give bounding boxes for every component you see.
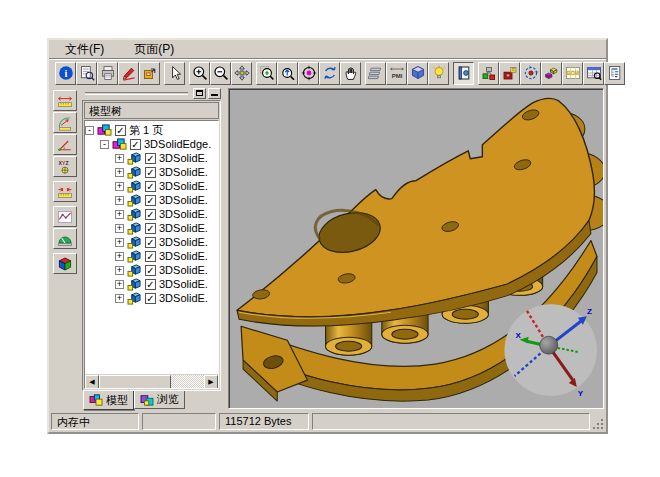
- expand-icon[interactable]: +: [115, 168, 124, 177]
- svg-text:XYZ: XYZ: [58, 160, 69, 166]
- tree-view-button[interactable]: [604, 62, 625, 85]
- visibility-checkbox[interactable]: ✓: [115, 125, 126, 136]
- assembly-button[interactable]: [478, 62, 499, 85]
- print-button[interactable]: [97, 62, 118, 85]
- gauge-button[interactable]: [53, 228, 77, 249]
- expand-icon[interactable]: +: [115, 238, 124, 247]
- expand-icon[interactable]: +: [115, 280, 124, 289]
- expand-icon[interactable]: +: [115, 182, 124, 191]
- expand-icon[interactable]: +: [115, 154, 124, 163]
- measure-distance-button[interactable]: [53, 90, 77, 111]
- expand-icon[interactable]: +: [115, 294, 124, 303]
- scroll-right-button[interactable]: ▶: [204, 375, 218, 389]
- visibility-checkbox[interactable]: ✓: [145, 195, 156, 206]
- tree-row-page-1[interactable]: -✓第 1 页: [85, 123, 218, 137]
- visibility-checkbox[interactable]: ✓: [145, 167, 156, 178]
- scroll-left-button[interactable]: ◀: [85, 375, 99, 389]
- status-memory: 内存中: [51, 413, 139, 430]
- expand-icon[interactable]: +: [115, 196, 124, 205]
- part-cube-icon: [127, 194, 142, 207]
- scrollbar-thumb[interactable]: [99, 375, 171, 389]
- visibility-checkbox[interactable]: ✓: [145, 293, 156, 304]
- panel-drag-grip[interactable]: [85, 92, 188, 95]
- bom-button[interactable]: BOM: [562, 62, 583, 85]
- panel-maximize-button[interactable]: [193, 88, 206, 99]
- expand-icon[interactable]: +: [115, 266, 124, 275]
- menu-page[interactable]: 页面(P): [132, 40, 176, 59]
- zoom-in-button[interactable]: [189, 62, 210, 85]
- panel-minimize-button[interactable]: [208, 88, 221, 99]
- pan-button[interactable]: [231, 62, 252, 85]
- solid-cube-button[interactable]: [53, 253, 77, 274]
- tree-row-part-1[interactable]: +✓3DSolidE.: [85, 151, 218, 165]
- zoom-out-button[interactable]: [210, 62, 231, 85]
- measure-toolbar: XYZ: [49, 87, 80, 410]
- measure-angle-button[interactable]: [53, 134, 77, 155]
- visibility-checkbox[interactable]: ✓: [145, 153, 156, 164]
- collapse-icon[interactable]: -: [100, 140, 109, 149]
- visibility-checkbox[interactable]: ✓: [145, 181, 156, 192]
- explode-button[interactable]: [541, 62, 562, 85]
- zoom-select-button[interactable]: [298, 62, 319, 85]
- coordinate-xyz-button[interactable]: XYZ: [53, 156, 77, 177]
- measure-gap-button[interactable]: [53, 181, 77, 202]
- part-cube-icon: [127, 264, 142, 277]
- rotate-button[interactable]: [319, 62, 340, 85]
- views-cube-button[interactable]: [407, 62, 428, 85]
- pmi-button[interactable]: PMI: [386, 62, 407, 85]
- machine-button[interactable]: [499, 62, 520, 85]
- visibility-checkbox[interactable]: ✓: [145, 223, 156, 234]
- svg-text:i: i: [64, 68, 67, 79]
- expand-icon[interactable]: +: [115, 224, 124, 233]
- tree-row-part-9[interactable]: +✓3DSolidE.: [85, 263, 218, 277]
- part-cube-icon: [127, 180, 142, 193]
- markup-pen-button[interactable]: [118, 62, 139, 85]
- views-cube-icon: [410, 65, 426, 81]
- tab-browse[interactable]: 浏览: [134, 391, 185, 409]
- light-button[interactable]: [428, 62, 449, 85]
- hand-button[interactable]: [340, 62, 361, 85]
- table-button[interactable]: [583, 62, 604, 85]
- notebook-button[interactable]: [453, 62, 474, 85]
- minimize-icon: [211, 94, 218, 96]
- preview-button[interactable]: [76, 62, 97, 85]
- tree-row-part-3[interactable]: +✓3DSolidE.: [85, 179, 218, 193]
- browse-tab-icon: [140, 394, 154, 406]
- model-tree: -✓第 1 页-✓3DSolidEdge.+✓3DSolidE.+✓3DSoli…: [85, 121, 218, 374]
- visibility-checkbox[interactable]: ✓: [145, 251, 156, 262]
- tree-row-part-7[interactable]: +✓3DSolidE.: [85, 235, 218, 249]
- tree-row-part-5[interactable]: +✓3DSolidE.: [85, 207, 218, 221]
- visibility-checkbox[interactable]: ✓: [145, 265, 156, 276]
- visibility-checkbox[interactable]: ✓: [145, 237, 156, 248]
- curve-plot-button[interactable]: [53, 206, 77, 227]
- zoom-window-button[interactable]: [256, 62, 277, 85]
- visibility-checkbox[interactable]: ✓: [130, 139, 141, 150]
- rotate-axis-button[interactable]: [520, 62, 541, 85]
- resize-grip[interactable]: [592, 417, 605, 430]
- collapse-icon[interactable]: -: [85, 126, 94, 135]
- tree-row-part-6[interactable]: +✓3DSolidE.: [85, 221, 218, 235]
- zoom-dynamic-button[interactable]: [277, 62, 298, 85]
- 3d-viewport[interactable]: X Y Z: [228, 88, 604, 409]
- tab-model[interactable]: 模型: [83, 391, 134, 410]
- tab-label: 模型: [106, 393, 128, 408]
- tree-row-part-2[interactable]: +✓3DSolidE.: [85, 165, 218, 179]
- info-button[interactable]: i: [55, 62, 76, 85]
- expand-icon[interactable]: +: [115, 252, 124, 261]
- tree-view-icon: [607, 65, 623, 81]
- visibility-checkbox[interactable]: ✓: [145, 279, 156, 290]
- orientation-gizmo[interactable]: X Y Z: [504, 304, 596, 398]
- layers-button[interactable]: [365, 62, 386, 85]
- tree-row-part-11[interactable]: +✓3DSolidE.: [85, 291, 218, 305]
- export-button[interactable]: [139, 62, 160, 85]
- select-cursor-button[interactable]: [164, 62, 185, 85]
- tree-row-part-10[interactable]: +✓3DSolidE.: [85, 277, 218, 291]
- expand-icon[interactable]: +: [115, 210, 124, 219]
- tree-row-part-4[interactable]: +✓3DSolidE.: [85, 193, 218, 207]
- visibility-checkbox[interactable]: ✓: [145, 209, 156, 220]
- measure-radius-button[interactable]: [53, 112, 77, 133]
- menu-file[interactable]: 文件(F): [63, 40, 106, 59]
- tree-row-part-8[interactable]: +✓3DSolidE.: [85, 249, 218, 263]
- horizontal-scrollbar[interactable]: ◀ ▶: [85, 374, 218, 388]
- tree-row-assembly[interactable]: -✓3DSolidEdge.: [85, 137, 218, 151]
